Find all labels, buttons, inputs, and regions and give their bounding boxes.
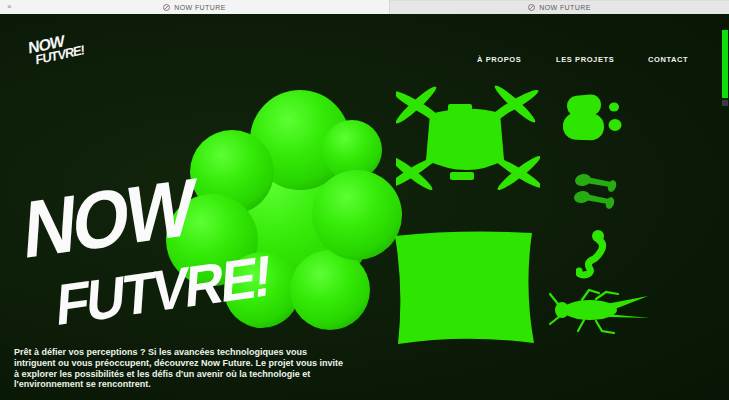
grasshopper-icon — [548, 284, 653, 340]
headline-now: NOW — [22, 170, 194, 269]
earbuds-icon — [574, 170, 622, 214]
tab-favicon-icon — [528, 4, 535, 11]
tab-now-future-1[interactable]: × NOW FUTURE — [0, 0, 390, 14]
headline-future: FUTVRE! — [55, 249, 271, 332]
nav-item-les-projets[interactable]: LES PROJETS — [556, 55, 614, 64]
now-future-page: NOW FUTVRE! À PROPOS LES PROJETS CONTACT… — [0, 14, 729, 400]
nav-item-contact[interactable]: CONTACT — [648, 55, 688, 64]
robot-blobs-icon — [558, 92, 628, 152]
tab-title: NOW FUTURE — [539, 4, 590, 11]
browser-tab-bar: × NOW FUTURE NOW FUTURE — [0, 0, 729, 14]
scrollbar-thumb[interactable] — [722, 30, 728, 98]
tab-now-future-2[interactable]: NOW FUTURE — [390, 0, 729, 14]
intro-paragraph: Prêt à défier vos perceptions ? Si les a… — [14, 347, 346, 390]
green-screen-shape — [392, 228, 539, 350]
screen: × NOW FUTURE NOW FUTURE NOW FUTVRE! À PR… — [0, 0, 729, 400]
tab-title: NOW FUTURE — [174, 4, 225, 11]
site-logo[interactable]: NOW FUTVRE! — [28, 30, 84, 68]
close-icon[interactable]: × — [7, 3, 12, 11]
scrollbar-box — [722, 100, 728, 106]
figure-squiggle-icon — [576, 228, 612, 280]
drone-icon — [396, 60, 540, 198]
tab-favicon-icon — [163, 4, 170, 11]
